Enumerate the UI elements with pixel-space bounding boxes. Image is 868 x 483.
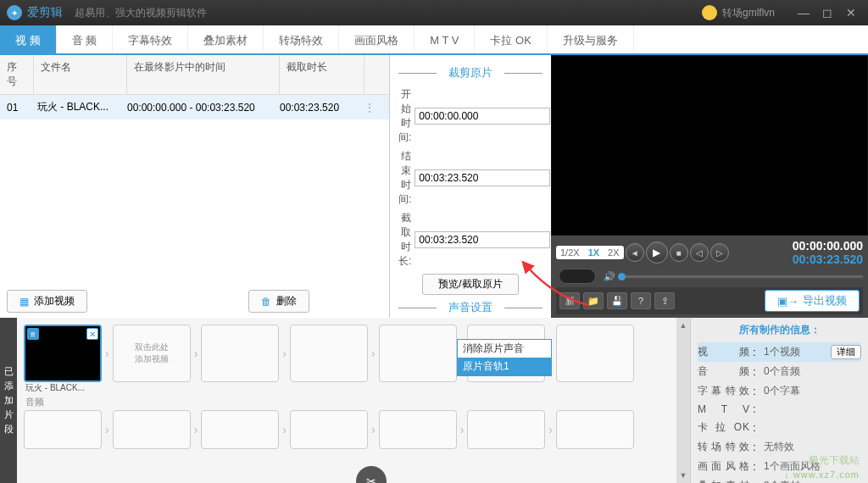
audio-empty-slot[interactable] xyxy=(379,410,457,449)
timeline-empty-slot[interactable]: 双击此处 添加视频 xyxy=(113,325,191,382)
info-row[interactable]: 卡 拉 OK: xyxy=(698,418,861,437)
info-title: 所有制作的信息： xyxy=(698,323,861,337)
video-preview[interactable] xyxy=(551,55,868,236)
preview-volume-icon: 🔊 xyxy=(604,271,615,282)
main-tabs: 视 频 音 频 字幕特效 叠加素材 转场特效 画面风格 M T V 卡拉 OK … xyxy=(0,25,868,55)
tab-style[interactable]: 画面风格 xyxy=(339,25,415,53)
audio-track-label: 音频 xyxy=(25,396,670,408)
tab-video[interactable]: 视 频 xyxy=(0,25,57,53)
timeline-scrollbar[interactable]: ▲▼ xyxy=(676,318,690,483)
play-button[interactable]: ▶ xyxy=(646,242,668,264)
row-more-icon[interactable]: ⋮ xyxy=(364,102,375,114)
export-video-button[interactable]: ▣→导出视频 xyxy=(765,290,860,312)
add-video-button[interactable]: ▦添加视频 xyxy=(7,290,87,313)
info-row[interactable]: 字幕特效:0个字幕 xyxy=(698,381,861,401)
audio-empty-slot[interactable] xyxy=(290,410,368,449)
cell-duration: 00:03:23.520 xyxy=(280,102,364,114)
open-button[interactable]: 📁 xyxy=(583,292,604,309)
info-row[interactable]: 叠加素材:0个素材 xyxy=(698,476,861,483)
info-row[interactable]: 转场特效:无特效 xyxy=(698,437,861,457)
info-row[interactable]: M T V: xyxy=(698,401,861,418)
track-option-mute[interactable]: 消除原片声音 xyxy=(458,340,551,358)
audio-empty-slot[interactable] xyxy=(113,410,191,449)
tab-audio[interactable]: 音 频 xyxy=(57,25,114,53)
clip-arrow-icon: › xyxy=(105,347,109,360)
minimize-button[interactable]: — xyxy=(793,3,814,23)
cut-dur-label: 截取时长: xyxy=(398,211,411,269)
edit-panel: 裁剪原片 开始时间: 结束时间: 截取时长: 预览/截取原片 声音设置 使用音轨… xyxy=(390,55,551,318)
tab-transition[interactable]: 转场特效 xyxy=(264,25,339,53)
speed-toggle: 1/2X 1X 2X xyxy=(556,246,624,259)
speed-half[interactable]: 1/2X xyxy=(556,246,584,259)
preview-cut-button[interactable]: 预览/截取原片 xyxy=(422,274,518,295)
maximize-button[interactable]: ◻ xyxy=(817,3,837,23)
save-button[interactable]: 💾 xyxy=(607,292,627,309)
share-button[interactable]: ⇪ xyxy=(654,292,675,309)
audio-empty-slot[interactable] xyxy=(24,410,102,449)
titlebar: ✦ 爱剪辑 超易用、强大的视频剪辑软件 转场gmlflvn — ◻ ✕ xyxy=(0,0,868,25)
audio-empty-slot[interactable] xyxy=(556,410,634,449)
add-icon: ▦ xyxy=(19,296,29,308)
app-logo-icon: ✦ xyxy=(7,5,22,20)
col-duration: 截取时长 xyxy=(280,55,364,94)
crop-section-title: 裁剪原片 xyxy=(398,65,542,80)
cell-name: 玩火 - BLACK... xyxy=(34,100,127,114)
timeline-empty-slot[interactable] xyxy=(290,325,368,382)
seek-slider[interactable] xyxy=(620,275,863,278)
export-icon: ▣→ xyxy=(777,295,798,308)
speed-2x[interactable]: 2X xyxy=(604,246,623,259)
timeline-clip-1[interactable]: ≡ ✕ 玩火 - BLACK... xyxy=(24,325,102,382)
clip-menu-icon[interactable]: ≡ xyxy=(27,328,39,340)
jog-wheel[interactable] xyxy=(559,269,596,284)
tab-overlay[interactable]: 叠加素材 xyxy=(188,25,264,53)
clip-list-panel: 序号 文件名 在最终影片中的时间 截取时长 01 玩火 - BLACK... 0… xyxy=(0,55,390,318)
cell-no: 01 xyxy=(0,102,34,114)
audio-empty-slot[interactable] xyxy=(467,410,545,449)
close-button[interactable]: ✕ xyxy=(841,3,861,23)
info-row[interactable]: 音 频:0个音频 xyxy=(698,362,861,381)
step-back-button[interactable]: ◁ xyxy=(690,243,709,262)
prev-frame-button[interactable]: ◄ xyxy=(626,243,644,262)
info-panel: 所有制作的信息： 视 频:1个视频详细音 频:0个音频字幕特效:0个字幕M T … xyxy=(690,318,868,483)
clip-row[interactable]: 01 玩火 - BLACK... 00:00:00.000 - 00:03:23… xyxy=(0,95,389,119)
step-fwd-button[interactable]: ▷ xyxy=(710,243,729,262)
cut-dur-input[interactable] xyxy=(415,231,550,248)
timeline: ≡ ✕ 玩火 - BLACK... › 双击此处 添加视频 › › › › › … xyxy=(17,318,676,483)
info-row[interactable]: 画面风格:1个画面风格 xyxy=(698,457,861,476)
tab-mtv[interactable]: M T V xyxy=(415,25,475,53)
timeline-empty-slot[interactable] xyxy=(379,325,457,382)
tab-upgrade[interactable]: 升级与服务 xyxy=(548,25,634,53)
tab-karaoke[interactable]: 卡拉 OK xyxy=(475,25,547,53)
clip-remove-icon[interactable]: ✕ xyxy=(86,328,98,340)
new-project-button[interactable]: 新 xyxy=(559,292,580,309)
time-total: 00:03:23.520 xyxy=(793,253,863,266)
cell-range: 00:00:00.000 - 00:03:23.520 xyxy=(127,102,280,114)
start-time-label: 开始时间: xyxy=(398,87,411,145)
col-filename: 文件名 xyxy=(34,55,127,94)
clip-name-label: 玩火 - BLACK... xyxy=(25,382,103,394)
detail-button[interactable]: 详细 xyxy=(831,345,861,359)
track-option-1[interactable]: 原片音轨1 xyxy=(458,358,551,375)
stop-button[interactable]: ■ xyxy=(670,243,688,262)
audio-empty-slot[interactable] xyxy=(201,410,279,449)
help-button[interactable]: ? xyxy=(631,292,651,309)
app-name: 爱剪辑 xyxy=(27,5,63,20)
timeline-side-label: 已添加片段 xyxy=(0,318,17,483)
col-no: 序号 xyxy=(0,55,34,94)
speed-1x[interactable]: 1X xyxy=(584,246,604,259)
end-time-input[interactable] xyxy=(415,169,550,186)
timeline-empty-slot[interactable] xyxy=(201,325,279,382)
tab-subtitle[interactable]: 字幕特效 xyxy=(113,25,188,53)
track-dropdown: 消除原片声音 原片音轨1 xyxy=(457,339,552,376)
user-name[interactable]: 转场gmlflvn xyxy=(722,6,775,20)
start-time-input[interactable] xyxy=(415,108,550,125)
timeline-empty-slot[interactable] xyxy=(556,325,634,382)
col-range: 在最终影片中的时间 xyxy=(127,55,280,94)
delete-button[interactable]: 🗑删除 xyxy=(248,290,309,313)
user-avatar-icon[interactable] xyxy=(702,5,717,20)
app-subtitle: 超易用、强大的视频剪辑软件 xyxy=(75,6,207,20)
end-time-label: 结束时间: xyxy=(398,149,411,207)
preview-panel: 1/2X 1X 2X ◄ ▶ ■ ◁ ▷ 00:00:00.000 00:03:… xyxy=(551,55,868,318)
cut-tool-icon[interactable]: ✂ xyxy=(356,466,387,483)
info-row[interactable]: 视 频:1个视频详细 xyxy=(698,342,861,362)
